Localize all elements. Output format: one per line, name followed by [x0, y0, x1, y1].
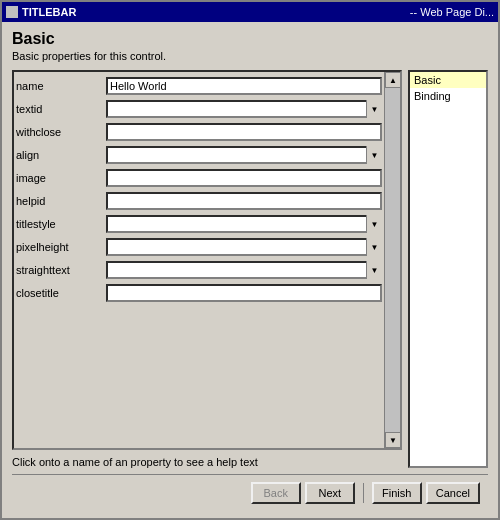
form-row: titlestyle▼	[16, 214, 382, 234]
field-input-wrap-withclose	[106, 123, 382, 141]
form-row: image	[16, 168, 382, 188]
titlebar-left: TITLEBAR	[6, 6, 76, 18]
form-row: helpid	[16, 191, 382, 211]
form-row: pixelheight▼	[16, 237, 382, 257]
footer: Back Next Finish Cancel	[12, 474, 488, 510]
field-input-wrap-align: ▼	[106, 146, 382, 164]
window-body: Basic Basic properties for this control.…	[2, 22, 498, 518]
field-input-closetitle[interactable]	[106, 284, 382, 302]
field-label-titlestyle: titlestyle	[16, 218, 106, 230]
form-inner: nametextid▼withclosealign▼imagehelpidtit…	[14, 72, 384, 448]
cancel-button[interactable]: Cancel	[426, 482, 480, 504]
field-input-wrap-image	[106, 169, 382, 187]
form-row: name	[16, 76, 382, 96]
titlebar-title: TITLEBAR	[22, 6, 76, 18]
footer-separator	[363, 483, 364, 503]
titlebar-app-icon	[6, 6, 18, 18]
form-row: straighttext▼	[16, 260, 382, 280]
field-select-textid[interactable]	[106, 100, 382, 118]
scroll-down-button[interactable]: ▼	[385, 432, 401, 448]
form-row: align▼	[16, 145, 382, 165]
scroll-up-button[interactable]: ▲	[385, 72, 401, 88]
field-input-wrap-helpid	[106, 192, 382, 210]
scroll-track[interactable]	[385, 88, 400, 432]
field-select-wrapper-straighttext: ▼	[106, 261, 382, 279]
field-input-withclose[interactable]	[106, 123, 382, 141]
field-input-name[interactable]	[106, 77, 382, 95]
field-select-titlestyle[interactable]	[106, 215, 382, 233]
field-select-align[interactable]	[106, 146, 382, 164]
form-row: withclose	[16, 122, 382, 142]
titlebar: TITLEBAR -- Web Page Di...	[2, 2, 498, 22]
field-select-wrapper-textid: ▼	[106, 100, 382, 118]
left-panel: nametextid▼withclosealign▼imagehelpidtit…	[12, 70, 402, 468]
form-row: closetitle	[16, 283, 382, 303]
right-panel-item-binding[interactable]: Binding	[410, 88, 486, 104]
form-area: nametextid▼withclosealign▼imagehelpidtit…	[12, 70, 402, 450]
field-select-wrapper-pixelheight: ▼	[106, 238, 382, 256]
field-input-wrap-closetitle	[106, 284, 382, 302]
field-input-wrap-pixelheight: ▼	[106, 238, 382, 256]
field-input-wrap-titlestyle: ▼	[106, 215, 382, 233]
field-input-wrap-textid: ▼	[106, 100, 382, 118]
back-button[interactable]: Back	[251, 482, 301, 504]
field-label-withclose: withclose	[16, 126, 106, 138]
field-label-image: image	[16, 172, 106, 184]
right-panel: BasicBinding	[408, 70, 488, 468]
main-window: TITLEBAR -- Web Page Di... Basic Basic p…	[0, 0, 500, 520]
section-title: Basic	[12, 30, 488, 48]
right-panel-list: BasicBinding	[408, 70, 488, 468]
field-select-pixelheight[interactable]	[106, 238, 382, 256]
field-select-wrapper-titlestyle: ▼	[106, 215, 382, 233]
help-text: Click onto a name of an property to see …	[12, 456, 402, 468]
field-label-straighttext: straighttext	[16, 264, 106, 276]
titlebar-subtitle: -- Web Page Di...	[410, 6, 494, 18]
field-label-pixelheight: pixelheight	[16, 241, 106, 253]
field-input-wrap-name	[106, 77, 382, 95]
right-panel-item-basic[interactable]: Basic	[410, 72, 486, 88]
field-input-wrap-straighttext: ▼	[106, 261, 382, 279]
field-select-straighttext[interactable]	[106, 261, 382, 279]
form-row: textid▼	[16, 99, 382, 119]
next-button[interactable]: Next	[305, 482, 355, 504]
field-label-closetitle: closetitle	[16, 287, 106, 299]
finish-button[interactable]: Finish	[372, 482, 422, 504]
field-input-image[interactable]	[106, 169, 382, 187]
field-label-helpid: helpid	[16, 195, 106, 207]
scrollbar[interactable]: ▲ ▼	[384, 72, 400, 448]
field-label-textid: textid	[16, 103, 106, 115]
field-input-helpid[interactable]	[106, 192, 382, 210]
field-select-wrapper-align: ▼	[106, 146, 382, 164]
section-description: Basic properties for this control.	[12, 50, 488, 62]
field-label-name: name	[16, 80, 106, 92]
main-content: nametextid▼withclosealign▼imagehelpidtit…	[12, 70, 488, 468]
field-label-align: align	[16, 149, 106, 161]
